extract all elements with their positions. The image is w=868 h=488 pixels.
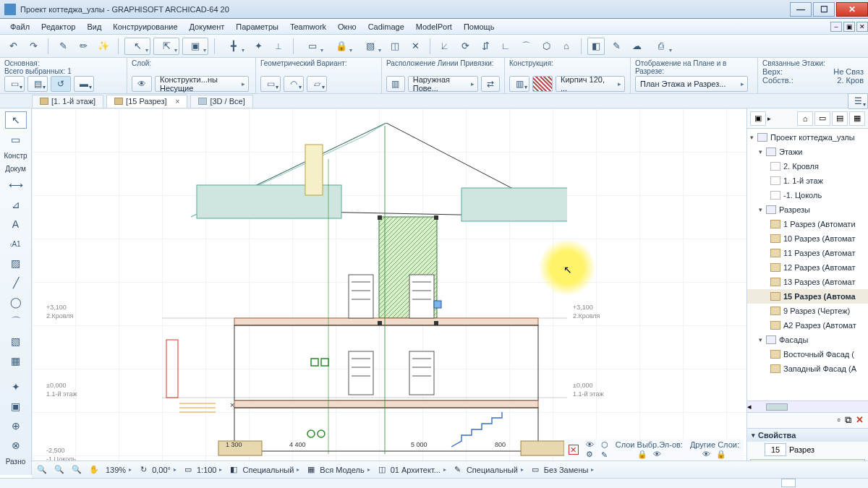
tree-sec-10[interactable]: 10 Разрез (Автомат	[747, 231, 868, 246]
nav-layout-icon[interactable]: ▤	[832, 111, 848, 126]
filter-icon[interactable]: ✕	[407, 38, 424, 55]
nav-new-icon[interactable]: ▫	[837, 414, 841, 427]
home-icon[interactable]: ⌂	[558, 38, 575, 55]
info-default-icon[interactable]: ▭	[4, 76, 25, 92]
menu-cadimage[interactable]: Cadimage	[362, 21, 410, 33]
drawing-tool-icon[interactable]: ▦	[5, 352, 27, 369]
angle-icon[interactable]: ∟	[497, 38, 514, 55]
guides-icon[interactable]: ▣	[182, 38, 208, 55]
properties-header[interactable]: ▾Свойства	[747, 429, 868, 442]
menu-options[interactable]: Параметры	[230, 21, 284, 33]
status-combo-5[interactable]: Без Замены	[544, 466, 589, 474]
geom-poly-icon[interactable]: ▱	[307, 76, 327, 92]
pan-icon[interactable]: ✋	[88, 464, 100, 476]
menu-file[interactable]: Файл	[4, 21, 35, 33]
qo-select-icon[interactable]: ⬡	[601, 440, 608, 450]
circle-tool-icon[interactable]: ◯	[5, 294, 27, 311]
tree-sec-13[interactable]: 13 Разрез (Автомат	[747, 275, 868, 289]
cursor-mode-icon[interactable]: ↖	[124, 38, 150, 55]
nav-view-icon[interactable]: ▭	[814, 111, 830, 126]
level-icon[interactable]: ⬡	[537, 38, 555, 55]
render-icon[interactable]: ◧	[587, 38, 605, 55]
trace-icon[interactable]: ▭	[299, 38, 326, 55]
menu-document[interactable]: Документ	[184, 21, 231, 33]
snap-ref-icon[interactable]: ▥	[386, 76, 405, 92]
menu-restore-icon[interactable]: ▣	[843, 22, 855, 32]
group-more[interactable]: Разно	[6, 456, 25, 467]
suspend-icon[interactable]: 🔒	[328, 38, 354, 55]
menu-min-icon[interactable]: –	[830, 22, 842, 32]
info-select-icon[interactable]: ↺	[51, 76, 71, 92]
tab-3d[interactable]: [3D / Все]	[190, 95, 252, 108]
label-tool-icon[interactable]: ₍A1	[5, 235, 27, 252]
tree-sec-1[interactable]: 1 Разрез (Автомати	[747, 217, 868, 231]
dim-icon[interactable]: ⇵	[477, 38, 494, 55]
edit-icon[interactable]: ✎	[608, 38, 625, 55]
redo-icon[interactable]: ↷	[25, 38, 42, 55]
text-tool-icon[interactable]: A	[5, 215, 27, 233]
undo-icon[interactable]: ↶	[4, 38, 22, 55]
tree-sections[interactable]: ▾Разрезы	[747, 202, 868, 217]
snap-combo[interactable]: Наружная Пове...	[408, 76, 478, 92]
3d-cut-icon[interactable]: ▧	[357, 38, 383, 55]
menu-help[interactable]: Помощь	[458, 21, 501, 33]
arc-tool-icon[interactable]: ⌒	[5, 313, 27, 330]
nav-project-icon[interactable]: ⌂	[797, 111, 813, 126]
ruler-icon[interactable]: ⟂	[270, 38, 287, 55]
geom-curve-icon[interactable]: ◠	[284, 76, 304, 92]
constr-combo[interactable]: Кирпич 120, ...	[556, 76, 625, 92]
status-combo-3[interactable]: 01 Архитект...	[391, 466, 441, 474]
navigator-tree[interactable]: ▾Проект коттеджа_узлы ▾Этажи 2. Кровля 1…	[747, 129, 868, 401]
menu-edit[interactable]: Редактор	[35, 21, 81, 33]
nav-settings-icon[interactable]: ▣	[750, 111, 766, 126]
menu-modelport[interactable]: ModelPort	[410, 21, 458, 33]
tree-elev-west[interactable]: Западный Фасад (А	[747, 361, 868, 376]
polyline-tool-icon[interactable]: ▧	[5, 333, 27, 350]
props-id-input[interactable]	[765, 443, 786, 456]
nav-dup-icon[interactable]: ⧉	[845, 414, 851, 427]
qo-warning-icon[interactable]: ✕	[569, 445, 579, 455]
info-wall-icon[interactable]: ▬	[74, 76, 94, 92]
status-combo-1[interactable]: Специальный	[242, 466, 294, 474]
rotate-icon[interactable]: ↻	[137, 464, 149, 476]
snap-point-icon[interactable]: ✦	[250, 38, 267, 55]
zoom-in-icon[interactable]: 🔍	[71, 464, 82, 476]
close-button[interactable]: ✕	[836, 2, 868, 17]
drawing-canvas[interactable]: × +3,100 2.Кровля ±0,000 1.1-й этаж -2,5…	[32, 108, 746, 475]
display-combo[interactable]: План Этажа и Разрез...	[635, 76, 748, 92]
tab-floor-plan[interactable]: [1. 1-й этаж]	[32, 95, 103, 108]
rotation-value[interactable]: 0,00°	[152, 466, 171, 474]
nav-delete-icon[interactable]: ✕	[856, 414, 864, 427]
snap-toggle-icon[interactable]: ⇱	[153, 38, 179, 55]
constr-type-icon[interactable]: ▥	[509, 76, 529, 92]
tree-sec-12[interactable]: 12 Разрез (Автомат	[747, 260, 868, 275]
status-combo-2[interactable]: Вся Модель	[320, 466, 364, 474]
menu-close-icon[interactable]: ✕	[856, 22, 868, 32]
scale-value[interactable]: 1:100	[197, 466, 217, 474]
minimize-button[interactable]: —	[790, 2, 812, 17]
menu-design[interactable]: Конструирование	[107, 21, 183, 33]
constr-hatch-icon[interactable]	[532, 76, 553, 92]
layer-eye-icon[interactable]: 👁	[132, 76, 152, 92]
dimension-tool-icon[interactable]: ⟷	[5, 176, 27, 194]
grid-icon[interactable]: ╋	[221, 38, 247, 55]
level-dim-tool-icon[interactable]: ⊿	[5, 196, 27, 213]
menu-view[interactable]: Вид	[81, 21, 107, 33]
zoom-marquee-icon[interactable]: 🔍	[36, 464, 48, 476]
marquee-tool-icon[interactable]: ▭	[5, 131, 27, 148]
snap-flip-icon[interactable]: ⇄	[481, 76, 500, 92]
tree-h-scrollbar[interactable]: ◂	[747, 401, 868, 412]
group-document[interactable]: Докум	[5, 163, 26, 174]
tree-elevations[interactable]: ▾Фасады	[747, 333, 868, 347]
wand-icon[interactable]: ✨	[95, 38, 112, 55]
tray-icon[interactable]	[781, 479, 796, 487]
tab-close-icon[interactable]: ×	[176, 98, 180, 106]
print-icon[interactable]: ⎙	[648, 38, 674, 55]
info-fav-icon[interactable]: ▤	[27, 76, 48, 92]
measure-icon[interactable]: ⟀	[436, 38, 454, 55]
section-tool-icon[interactable]: ⊕	[5, 417, 27, 435]
tree-sec-a2[interactable]: A2 Разрез (Автомат	[747, 318, 868, 333]
tree-story-2[interactable]: 2. Кровля	[747, 159, 868, 174]
cloud-icon[interactable]: ☁	[628, 38, 645, 55]
tree-sec-11[interactable]: 11 Разрез (Автомат	[747, 246, 868, 260]
